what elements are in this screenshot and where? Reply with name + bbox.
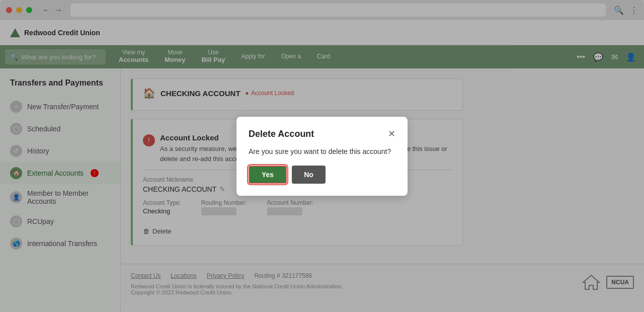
modal-message: Are you sure you want to delete this acc… (249, 147, 395, 155)
modal-header: Delete Account ✕ (249, 129, 395, 139)
modal-actions: Yes No (249, 166, 395, 184)
modal-overlay: Delete Account ✕ Are you sure you want t… (0, 0, 644, 312)
confirm-no-button[interactable]: No (292, 166, 326, 184)
delete-account-modal: Delete Account ✕ Are you sure you want t… (236, 117, 408, 196)
confirm-yes-button[interactable]: Yes (249, 166, 287, 184)
modal-close-button[interactable]: ✕ (388, 129, 395, 138)
modal-title: Delete Account (249, 129, 314, 139)
